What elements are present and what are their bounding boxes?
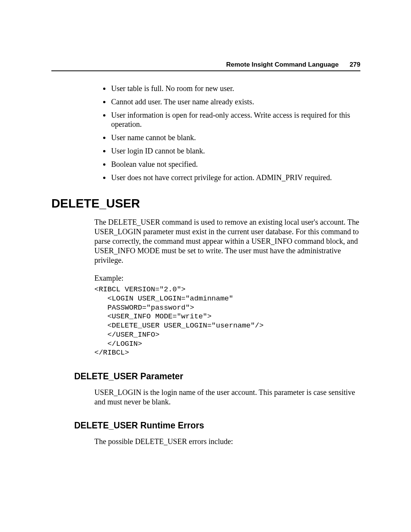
list-item: User information is open for read-only a… [110,110,360,129]
document-page: Remote Insight Command Language 279 User… [0,0,411,532]
example-label: Example: [94,273,360,283]
page-header: Remote Insight Command Language 279 [226,61,360,69]
list-item: Boolean value not specified. [110,160,360,169]
list-item: User login ID cannot be blank. [110,146,360,155]
list-item: User name cannot be blank. [110,133,360,142]
list-item: User table is full. No room for new user… [110,84,360,93]
code-block: <RIBCL VERSION="2.0"> <LOGIN USER_LOGIN=… [94,285,360,358]
subsection-heading-runtime-errors: DELETE_USER Runtime Errors [74,420,360,431]
page-number: 279 [350,61,360,68]
page-content: User table is full. No room for new user… [51,84,360,446]
error-list: User table is full. No room for new user… [94,84,360,182]
list-item: Cannot add user. The user name already e… [110,97,360,106]
section-heading: DELETE_USER [51,197,360,211]
section-description: The DELETE_USER command is used to remov… [94,217,360,265]
runtime-description: The possible DELETE_USER errors include: [94,437,360,446]
list-item: User does not have correct privilege for… [110,173,360,182]
header-rule [51,70,360,71]
header-title: Remote Insight Command Language [226,61,339,68]
subsection-heading-parameter: DELETE_USER Parameter [74,371,360,382]
parameter-description: USER_LOGIN is the login name of the user… [94,388,360,407]
